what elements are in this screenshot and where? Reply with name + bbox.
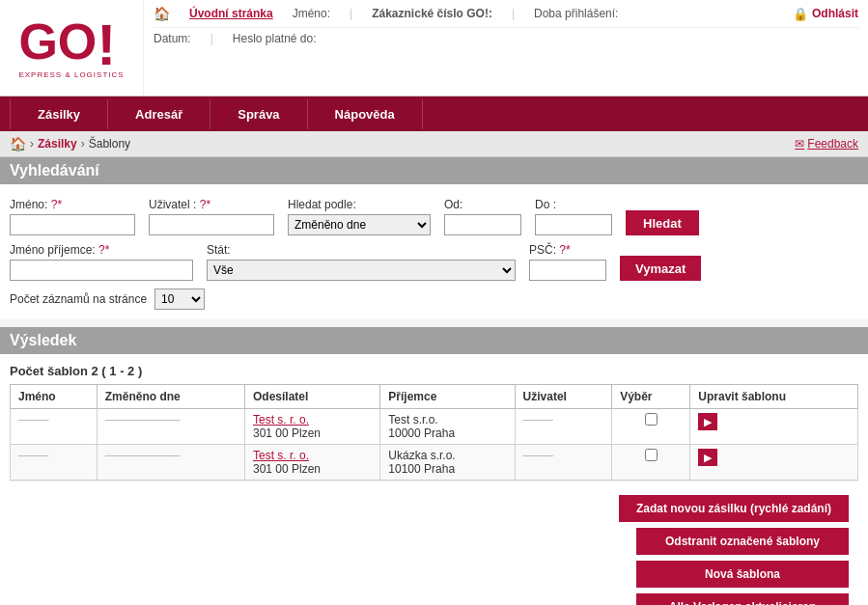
breadcrumb-bar: 🏠 › Zásilky › Šablony ✉ Feedback — [0, 131, 868, 157]
col-uzivatel: Uživatel — [515, 385, 612, 409]
cell-odesilatel-1: Test s. r. o. 301 00 Plzen — [244, 409, 379, 445]
nova-sablona-button[interactable]: Nová šablona — [636, 561, 849, 588]
results-table: Jméno Změněno dne Odesílatel Příjemce Už… — [10, 384, 858, 481]
remove-sablony-button[interactable]: Odstranit označené šablony — [636, 528, 849, 555]
search-row-2: Jméno příjemce: ?* Stát: Vše CZ SK DE PS… — [10, 243, 858, 281]
zakaznicke-cislo-label: Zákaznické číslo GO!: — [372, 7, 492, 20]
header-row2: Datum: | Heslo platné do: — [154, 32, 858, 45]
do-input[interactable] — [535, 214, 612, 235]
datum-label: Datum: — [154, 32, 191, 45]
prijemce-field-group: Jméno příjemce: ?* — [10, 243, 193, 281]
jmeno-label: Jméno: — [293, 7, 330, 20]
nav-sprava[interactable]: Správa — [210, 99, 307, 129]
cell-odesilatel-2: Test s. r. o. 301 00 Plzen — [244, 445, 379, 481]
col-odesilatel: Odesílatel — [244, 385, 379, 409]
hledat-select[interactable]: Změněno dne Vytvořeno dne Jméno — [288, 214, 431, 235]
stat-field-group: Stát: Vše CZ SK DE — [207, 243, 516, 281]
home-icon[interactable]: 🏠 — [154, 6, 170, 21]
od-label: Od: — [444, 198, 521, 211]
cell-vybr-1 — [612, 409, 690, 445]
psc-label: PSČ: ?* — [529, 243, 606, 257]
records-row: Počet záznamů na stránce 10 20 50 100 — [10, 289, 858, 310]
main-content: Vyhledávání Jméno: ?* Uživatel : ?* Hled… — [0, 157, 868, 605]
odhlasit-button[interactable]: 🔒 Odhlásit — [793, 7, 858, 21]
search-buttons: Hledat — [626, 210, 699, 235]
do-field-group: Do : — [535, 198, 612, 235]
prijemce-label: Jméno příjemce: ?* — [10, 243, 193, 257]
search-button[interactable]: Hledat — [626, 210, 699, 235]
records-select[interactable]: 10 20 50 100 — [154, 289, 205, 310]
cell-jmeno-2: ──── — [11, 445, 98, 481]
stat-select[interactable]: Vše CZ SK DE — [207, 260, 516, 281]
doba-prihlaseni-label: Doba přihlášení: — [534, 7, 618, 20]
col-zmeneno: Změněno dne — [97, 385, 244, 409]
col-vybr: Výběr — [612, 385, 690, 409]
home-label[interactable]: Úvodní stránka — [189, 7, 273, 20]
feedback-link[interactable]: ✉ Feedback — [795, 137, 858, 151]
cell-jmeno-1: ──── — [11, 409, 98, 445]
psc-input[interactable] — [529, 260, 606, 281]
table-header-row: Jméno Změněno dne Odesílatel Příjemce Už… — [11, 385, 858, 409]
uzivatel-label: Uživatel : ?* — [149, 198, 274, 211]
col-jmeno: Jméno — [11, 385, 98, 409]
breadcrumb-zasilky[interactable]: Zásilky — [38, 137, 77, 151]
edit-button-1[interactable]: ▶ — [698, 413, 717, 430]
header-row1: 🏠 Úvodní stránka Jméno: | Zákaznické čís… — [154, 6, 858, 28]
clear-button[interactable]: Vymazat — [620, 256, 701, 281]
table-row: ──── ────────── Test s. r. o. 301 00 Plz… — [11, 409, 858, 445]
logo-area: GO ! EXPRESS & LOGISTICS — [0, 0, 144, 96]
jmeno-input[interactable] — [10, 214, 135, 235]
od-field-group: Od: — [444, 198, 521, 235]
uzivatel-input[interactable] — [149, 214, 274, 235]
psc-field-group: PSČ: ?* — [529, 243, 606, 281]
col-upravit: Upravit šablonu — [690, 385, 858, 409]
row2-checkbox[interactable] — [645, 449, 658, 461]
prijemce-input[interactable] — [10, 260, 193, 281]
aktualisieren-button[interactable]: Alle Vorlagen aktualisieren — [636, 593, 849, 605]
nav-zasilky[interactable]: Zásilky — [10, 99, 108, 129]
table-row: ──── ────────── Test s. r. o. 301 00 Plz… — [11, 445, 858, 481]
results-count: Počet šablon 2 ( 1 - 2 ) — [10, 364, 858, 378]
search-section: Jméno: ?* Uživatel : ?* Hledat podle: Zm… — [0, 184, 868, 319]
action-buttons: Zadat novou zásilku (rychlé zadání) Odst… — [10, 481, 858, 605]
cell-upravit-2: ▶ — [690, 445, 858, 481]
header: GO ! EXPRESS & LOGISTICS 🏠 Úvodní stránk… — [0, 0, 868, 96]
do-label: Do : — [535, 198, 612, 211]
cell-vybr-2 — [612, 445, 690, 481]
col-prijemce: Příjemce — [380, 385, 515, 409]
logo-go: GO — [18, 16, 97, 67]
nav-adresar[interactable]: Adresář — [108, 99, 210, 129]
row1-checkbox[interactable] — [645, 413, 658, 426]
jmeno-label: Jméno: ?* — [10, 198, 135, 211]
records-label: Počet záznamů na stránce — [10, 292, 147, 306]
clear-button-col: Vymazat — [620, 256, 701, 281]
results-section-header: Výsledek — [0, 327, 868, 354]
breadcrumb-sablony: Šablony — [89, 137, 130, 151]
cell-uzivatel-2: ──── — [515, 445, 612, 481]
search-section-header: Vyhledávání — [0, 157, 868, 184]
edit-button-2[interactable]: ▶ — [698, 449, 717, 466]
lock-icon: 🔒 — [793, 7, 808, 21]
breadcrumb: 🏠 › Zásilky › Šablony — [10, 136, 130, 151]
navbar: Zásilky Adresář Správa Nápověda — [0, 96, 868, 131]
jmeno-field-group: Jméno: ?* — [10, 198, 135, 235]
cell-prijemce-2: Ukázka s.r.o. 10100 Praha — [380, 445, 515, 481]
cell-prijemce-1: Test s.r.o. 10000 Praha — [380, 409, 515, 445]
hledat-label: Hledat podle: — [288, 198, 431, 211]
search-row-1: Jméno: ?* Uživatel : ?* Hledat podle: Zm… — [10, 198, 858, 235]
nav-napoveda[interactable]: Nápověda — [308, 99, 423, 129]
od-input[interactable] — [444, 214, 521, 235]
cell-zmeneno-1: ────────── — [97, 409, 244, 445]
cell-zmeneno-2: ────────── — [97, 445, 244, 481]
hledat-field-group: Hledat podle: Změněno dne Vytvořeno dne … — [288, 198, 431, 235]
logo-sub: EXPRESS & LOGISTICS — [18, 70, 124, 79]
new-zasilka-button[interactable]: Zadat novou zásilku (rychlé zadání) — [619, 495, 849, 522]
heslo-label: Heslo platné do: — [233, 32, 317, 45]
header-info: 🏠 Úvodní stránka Jméno: | Zákaznické čís… — [144, 0, 868, 96]
stat-label: Stát: — [207, 243, 516, 257]
uzivatel-field-group: Uživatel : ?* — [149, 198, 274, 235]
results-section: Počet šablon 2 ( 1 - 2 ) Jméno Změněno d… — [0, 354, 868, 605]
cell-upravit-1: ▶ — [690, 409, 858, 445]
breadcrumb-home-icon[interactable]: 🏠 — [10, 136, 26, 151]
cell-uzivatel-1: ──── — [515, 409, 612, 445]
